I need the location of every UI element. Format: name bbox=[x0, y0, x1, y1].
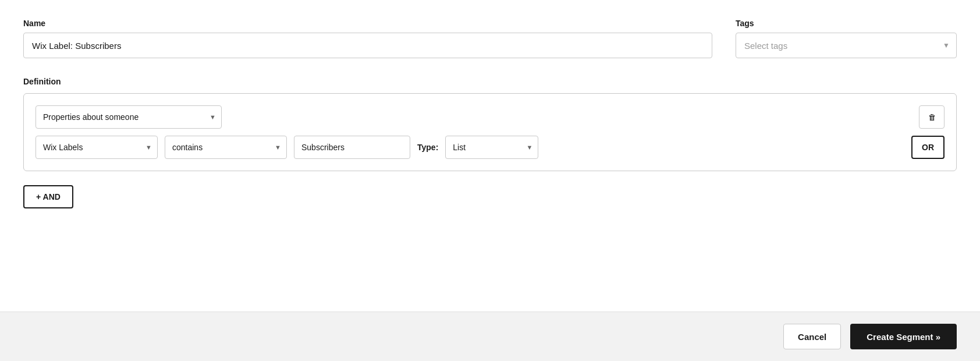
tags-select[interactable]: Select tags bbox=[736, 33, 957, 58]
definition-section: Definition Properties about someone Acti… bbox=[23, 77, 957, 171]
operator-select-wrapper: contains does not contain equals ▼ bbox=[165, 136, 287, 159]
cancel-button[interactable]: Cancel bbox=[783, 324, 841, 349]
or-button[interactable]: OR bbox=[911, 136, 945, 159]
tags-field-group: Tags Select tags ▼ bbox=[736, 19, 957, 58]
field-select-wrapper: Wix Labels Email First Name ▼ bbox=[35, 136, 158, 159]
properties-select-wrapper: Properties about someone Activities some… bbox=[35, 105, 222, 129]
type-select[interactable]: List Text Number bbox=[445, 136, 538, 159]
properties-select[interactable]: Properties about someone Activities some… bbox=[35, 105, 222, 129]
type-select-wrapper: List Text Number ▼ bbox=[445, 136, 538, 159]
definition-box: Properties about someone Activities some… bbox=[23, 93, 957, 171]
operator-select[interactable]: contains does not contain equals bbox=[165, 136, 287, 159]
value-input[interactable] bbox=[294, 136, 410, 159]
name-input[interactable] bbox=[23, 33, 712, 58]
trash-icon: 🗑 bbox=[928, 113, 936, 122]
name-label: Name bbox=[23, 19, 712, 28]
field-select[interactable]: Wix Labels Email First Name bbox=[35, 136, 158, 159]
condition-row-2: Wix Labels Email First Name ▼ contains d… bbox=[35, 136, 945, 159]
footer: Cancel Create Segment » bbox=[0, 312, 980, 361]
definition-label: Definition bbox=[23, 77, 957, 86]
and-button[interactable]: + AND bbox=[23, 185, 73, 208]
delete-button[interactable]: 🗑 bbox=[919, 105, 945, 129]
create-segment-button[interactable]: Create Segment » bbox=[850, 324, 957, 349]
tags-label: Tags bbox=[736, 19, 957, 28]
name-field-group: Name bbox=[23, 19, 712, 58]
tags-select-wrapper: Select tags ▼ bbox=[736, 33, 957, 58]
condition-row-1: Properties about someone Activities some… bbox=[35, 105, 945, 129]
type-label: Type: bbox=[417, 143, 438, 152]
